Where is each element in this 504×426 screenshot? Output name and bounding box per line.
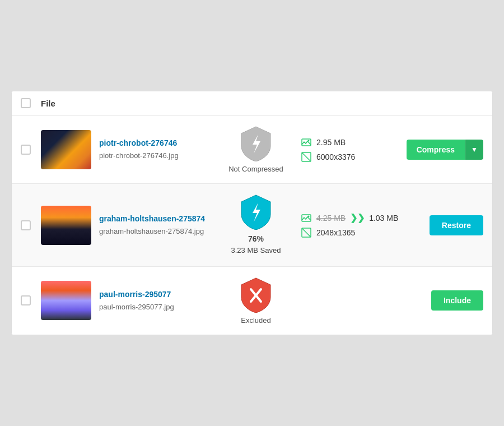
table-row: graham-holtshausen-275874 graham-holtsha… [12,184,492,267]
row2-dimensions: 2048x1365 [316,228,355,237]
svg-line-4 [302,152,311,161]
image-size-icon [301,137,312,148]
restore-button[interactable]: Restore [430,215,483,235]
row1-status-label: Not Compressed [228,165,283,173]
row3-checkbox[interactable] [21,295,31,305]
row2-file-name: graham-holtshausen-275874.jpg [99,227,204,235]
table-row: paul-morris-295077 paul-morris-295077.jp… [12,267,492,335]
row2-compression-stats: 76% 3.23 MB Saved [231,233,281,256]
table-row: piotr-chrobot-276746 piotr-chrobot-27674… [12,115,492,184]
not-compressed-icon [240,126,272,161]
row2-original-size: 4.25 MB [316,214,346,223]
row2-compressed-size: 1.03 MB [369,214,398,223]
row3-file-link[interactable]: paul-morris-295077 [99,289,211,299]
row2-thumbnail [41,206,91,245]
compress-main-button[interactable]: Compress [407,140,465,160]
row1-file-name: piotr-chrobot-276746.jpg [99,151,179,160]
row1-file-link[interactable]: piotr-chrobot-276746 [99,138,211,148]
svg-line-9 [302,228,311,237]
row2-file-link[interactable]: graham-holtshausen-275874 [99,214,211,224]
svg-point-2 [308,140,310,141]
row3-file-name: paul-morris-295077.jpg [99,303,174,311]
compress-dropdown-button[interactable]: ▼ [465,140,483,160]
row3-status-label: Excluded [241,316,270,325]
row2-checkbox[interactable] [21,220,31,230]
row1-dimensions: 6000x3376 [316,152,355,161]
file-list-panel: File piotr-chrobot-276746 piotr-chrobot-… [11,91,493,335]
row1-file-size: 2.95 MB [316,138,346,147]
row1-thumbnail [41,130,91,169]
row3-thumbnail [41,281,91,320]
dimensions-icon2 [301,227,312,238]
image-size-icon2 [301,212,312,224]
compress-button-group: Compress ▼ [407,140,483,160]
dimensions-icon [301,151,312,163]
row1-checkbox[interactable] [21,145,31,155]
compressed-icon [240,194,272,230]
header-checkbox[interactable] [21,98,31,108]
include-button[interactable]: Include [431,290,483,311]
svg-point-7 [308,215,310,217]
excluded-icon [240,277,272,313]
table-header: File [12,91,492,115]
file-column-label: File [41,99,55,108]
savings-chevron-icon: ❯❯ [350,212,365,223]
